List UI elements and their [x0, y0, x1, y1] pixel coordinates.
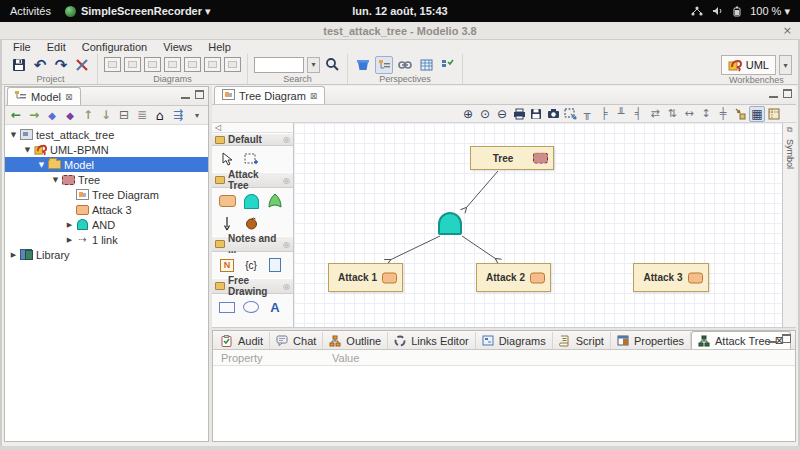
- palette-collapse-icon[interactable]: ◁: [215, 123, 221, 132]
- page-setup-icon[interactable]: [766, 106, 782, 122]
- workbench-selector[interactable]: UML: [721, 55, 776, 75]
- zoom-in-icon[interactable]: ⊕: [460, 106, 476, 122]
- node-and-gate[interactable]: [438, 212, 462, 235]
- symbol-tab-label[interactable]: Symbol: [785, 139, 795, 169]
- align-top-icon[interactable]: ╥: [579, 106, 595, 122]
- deployment-diagram-icon[interactable]: [164, 57, 181, 72]
- column-value[interactable]: Value: [328, 352, 359, 364]
- window-title-bar[interactable]: test_attack_tree - Modelio 3.8 ×: [0, 22, 800, 40]
- expand-icon[interactable]: ▼: [51, 176, 60, 184]
- expand-icon[interactable]: ▶: [9, 251, 18, 259]
- battery-percent[interactable]: 100 % ▾: [750, 5, 790, 18]
- same-width-icon[interactable]: ↔: [681, 106, 697, 122]
- menu-file[interactable]: File: [6, 40, 38, 54]
- minimize-icon[interactable]: [181, 90, 190, 99]
- same-size-icon[interactable]: ╪: [715, 106, 731, 122]
- palette-section-default[interactable]: Default ◎: [212, 133, 293, 146]
- collapse-all-icon[interactable]: ⊟: [116, 107, 132, 123]
- fit-selection-icon[interactable]: [562, 106, 578, 122]
- note-tool[interactable]: N: [218, 257, 236, 273]
- home-icon[interactable]: ⌂: [152, 107, 168, 123]
- zoom-out-icon[interactable]: ⊖: [494, 106, 510, 122]
- grid-perspective-icon[interactable]: [417, 56, 435, 74]
- ellipse-tool[interactable]: [242, 299, 260, 315]
- property-table-body[interactable]: [213, 366, 795, 441]
- maximize-icon[interactable]: [782, 334, 791, 343]
- nav-forward-icon[interactable]: →: [26, 107, 42, 123]
- tab-close-icon[interactable]: ⊠: [310, 91, 318, 101]
- package-diagram-icon[interactable]: [124, 57, 141, 72]
- tab-audit[interactable]: Audit: [215, 332, 270, 349]
- links-perspective-icon[interactable]: [396, 56, 414, 74]
- expand-icon[interactable]: ▶: [65, 236, 74, 244]
- threat-tool[interactable]: [242, 215, 260, 231]
- explorer-perspective-icon[interactable]: [375, 56, 393, 74]
- tab-links-editor[interactable]: Links Editor: [388, 332, 475, 349]
- diagram-canvas[interactable]: Tree Attack 1 Attack 2 Attack 3: [294, 123, 782, 327]
- save-diagram-icon[interactable]: [528, 106, 544, 122]
- minimize-icon[interactable]: [768, 334, 777, 343]
- same-height-icon[interactable]: ↕: [698, 106, 714, 122]
- constraint-tool[interactable]: {c}: [242, 257, 260, 273]
- screenshot-icon[interactable]: [545, 106, 561, 122]
- tree-item-attack3[interactable]: Attack 3: [5, 202, 208, 217]
- tab-diagrams[interactable]: Diagrams: [476, 332, 553, 349]
- related-back-icon[interactable]: ◆: [44, 107, 60, 123]
- workbench-dropdown[interactable]: ▾: [779, 55, 792, 75]
- tree-item-model[interactable]: ▼ Model: [5, 157, 208, 172]
- matrix-icon[interactable]: [224, 57, 241, 72]
- expand-icon[interactable]: ▼: [23, 146, 32, 154]
- tree-item-and[interactable]: ▶ AND: [5, 217, 208, 232]
- distribute-horizontal-icon[interactable]: ⇄: [647, 106, 663, 122]
- maximize-icon[interactable]: [195, 90, 204, 99]
- tree-item-project[interactable]: ▼ test_attack_tree: [5, 127, 208, 142]
- redo-icon[interactable]: ↷: [52, 56, 70, 74]
- node-attack-3[interactable]: Attack 3: [633, 263, 709, 292]
- pin-icon[interactable]: ◎: [283, 176, 290, 185]
- rectangle-tool[interactable]: [218, 299, 236, 315]
- tree-item-tree[interactable]: ▼ Tree: [5, 172, 208, 187]
- app-indicator[interactable]: SimpleScreenRecorder ▾: [65, 5, 211, 18]
- tree-item-tree-diagram[interactable]: Tree Diagram: [5, 187, 208, 202]
- tab-close-icon[interactable]: ⊠: [65, 92, 73, 102]
- symbol-sidebar[interactable]: ⧉ Symbol: [782, 123, 796, 327]
- menu-edit[interactable]: Edit: [40, 40, 73, 54]
- menu-configuration[interactable]: Configuration: [75, 40, 154, 54]
- new-diagram-icon[interactable]: [204, 57, 221, 72]
- tree-item-module[interactable]: ▼ UML-BPMN: [5, 142, 208, 157]
- model-perspective-icon[interactable]: [354, 56, 372, 74]
- align-right-icon[interactable]: ╡: [630, 106, 646, 122]
- distribute-vertical-icon[interactable]: ⇅: [664, 106, 680, 122]
- tab-properties[interactable]: Properties: [611, 332, 691, 349]
- palette-section-attack-tree[interactable]: Attack Tree ◎: [212, 172, 293, 188]
- tab-tree-diagram[interactable]: Tree Diagram ⊠: [214, 86, 325, 104]
- usecase-diagram-icon[interactable]: [184, 57, 201, 72]
- symbol-restore-icon[interactable]: ⧉: [787, 125, 793, 135]
- node-attack-1[interactable]: Attack 1: [328, 263, 403, 292]
- or-gate-tool[interactable]: [266, 193, 284, 209]
- tree-item-link[interactable]: ▶ ⇢ 1 link: [5, 232, 208, 247]
- volume-icon[interactable]: [712, 6, 724, 16]
- menu-help[interactable]: Help: [201, 40, 238, 54]
- palette-section-notes[interactable]: Notes and ... ◎: [212, 236, 293, 252]
- and-gate-tool[interactable]: [242, 193, 260, 209]
- column-property[interactable]: Property: [213, 352, 328, 364]
- node-attack-2[interactable]: Attack 2: [476, 263, 551, 292]
- text-tool[interactable]: A: [266, 299, 284, 315]
- tree-view-icon[interactable]: ≣: [134, 107, 150, 123]
- node-tree[interactable]: Tree: [470, 146, 554, 170]
- search-input[interactable]: [254, 57, 304, 73]
- align-left-icon[interactable]: ╞: [596, 106, 612, 122]
- link-with-editor-icon[interactable]: ⇶: [170, 107, 186, 123]
- pin-icon[interactable]: ◎: [283, 135, 290, 144]
- link-tool[interactable]: [218, 215, 236, 231]
- object-diagram-icon[interactable]: [144, 57, 161, 72]
- battery-icon[interactable]: [733, 6, 741, 17]
- zoom-reset-icon[interactable]: ⊙: [477, 106, 493, 122]
- tab-chat[interactable]: Chat: [270, 332, 323, 349]
- palette-section-free-drawing[interactable]: Free Drawing ◎: [212, 278, 293, 294]
- undo-icon[interactable]: ↶: [31, 56, 49, 74]
- auto-layout-icon[interactable]: [732, 106, 748, 122]
- save-icon[interactable]: [10, 56, 28, 74]
- marquee-tool[interactable]: [242, 151, 260, 167]
